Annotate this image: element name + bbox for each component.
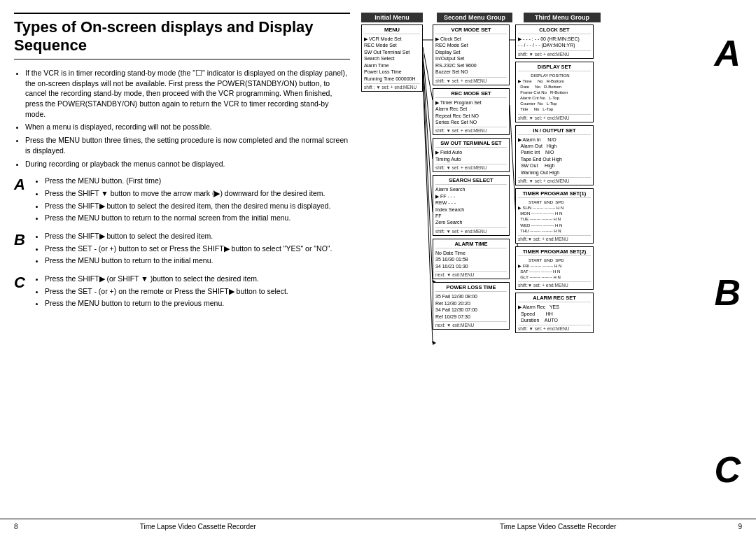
t2-i3: Tape End Out High <box>518 156 591 162</box>
step-b-item-3: Press the MENU button to return to the i… <box>45 255 350 266</box>
step-c-item-3: Press the MENU button to return to the p… <box>45 298 350 309</box>
t5-i1: Speed HH <box>518 311 591 317</box>
s3-i2: REW - - - <box>435 199 507 206</box>
content-area: Types of On-screen displays and Display … <box>0 0 756 519</box>
bullet-3: Press the MENU button three times, the s… <box>25 135 350 155</box>
s5-i1: Ret 12/30 20:20 <box>435 300 507 307</box>
s0-i1: REC Mode Set <box>435 42 507 48</box>
s1-footer: shift: ▼ set: + end:MENU <box>435 127 507 133</box>
footer-right-page: 9 <box>738 523 742 531</box>
s2-footer: shift: ▼ set: + end:MENU <box>435 164 507 170</box>
left-column: Types of On-screen displays and Display … <box>14 13 350 512</box>
s3-i0: Alarm Search <box>435 186 507 192</box>
third-menu-5-title: ALARM REC SET <box>518 295 591 302</box>
t4-i2: SAT --·--·-- --·--·-- H N <box>518 269 591 274</box>
step-b-letter: B <box>14 232 29 248</box>
step-c-item-1: Press the SHIFT▶ (or SHIFT ▼ )button to … <box>45 274 350 284</box>
t1-i1: ▶ Time No R-Bottom <box>518 78 591 84</box>
s2-i1: Timing Auto <box>435 156 507 162</box>
page-title: Types of On-screen displays and Display … <box>14 13 350 59</box>
s4-i1: 35 10/30 01:58 <box>435 256 507 262</box>
t4-footer: shift:▼ set: + end:MENU <box>518 281 591 288</box>
t5-i2: Duration AUTO <box>518 317 591 323</box>
footer: 8 Time Lapse Video Cassette Recorder Tim… <box>0 519 756 534</box>
s0-i5: Buzzer Set NO <box>435 69 507 75</box>
s0-footer: shift: ▼ set: + end:MENU <box>435 77 507 83</box>
s5-i0: 35 Fail 12/30 08:00 <box>435 293 507 300</box>
s3-footer: shift: ▼ set: + end:MENU <box>435 227 507 234</box>
t2-i4: SW Out High <box>518 162 591 169</box>
third-menu-0-title: CLOCK SET <box>518 27 591 34</box>
t2-i2: Panic Int N/O <box>518 149 591 155</box>
t3-i3: TUE --·--·-- --·--·-- H N <box>518 216 591 222</box>
right-column: A B C Initial Menu Second Menu Group Thi… <box>361 13 742 512</box>
footer-center-left: Time Lapse Video Cassette Recorder <box>18 523 378 531</box>
s0-i0: ▶ Clock Set <box>435 36 507 42</box>
second-menu-header: Second Menu Group <box>437 13 512 22</box>
step-a-letter: A <box>14 177 29 192</box>
footer-center-right: Time Lapse Video Cassette Recorder <box>378 523 738 531</box>
second-menu-5-title: POWER LOSS TIME <box>435 284 507 292</box>
diagram-body: MENU ▶ VCR Mode Set REC Mode Set SW Out … <box>361 24 704 333</box>
third-menu-3-title: TIMER PROGRAM SET(1) <box>518 190 591 198</box>
svg-marker-11 <box>433 341 436 345</box>
s5-i3: Ref 10/29 07:30 <box>435 314 507 320</box>
third-menu-4-title: TIMER PROGRAM SET(2) <box>518 248 591 256</box>
bullet-2: When a menu is displayed, recording will… <box>25 122 350 132</box>
initial-item-0: ▶ VCR Mode Set <box>364 36 420 42</box>
step-a-item-1: Press the MENU button. (First time) <box>45 176 350 186</box>
step-b-item-2: Press the SET - (or +) button to set or … <box>45 244 350 254</box>
third-menu-3: TIMER PROGRAM SET(1) START END SPD ▶ SUN… <box>515 188 594 244</box>
step-a-item-3: Press the SHIFT▶ button to select the de… <box>45 201 350 211</box>
s3-i1: ▶ FF - - - <box>435 193 507 199</box>
diagram-letter-b: B <box>714 272 741 314</box>
initial-menu-col: MENU ▶ VCR Mode Set REC Mode Set SW Out … <box>361 24 423 333</box>
second-menu-4: ALARM TIME No Date Time 35 10/30 01:58 3… <box>433 239 510 279</box>
t5-footer: shift: ▼ set: + end:MENU <box>518 325 591 331</box>
s4-i0: No Date Time <box>435 250 507 256</box>
s3-i3: Index Search <box>435 206 507 213</box>
t0-i1: - - / - - / - - (DAY:MON:YR) <box>518 42 591 48</box>
third-menu-2-title: IN / OUTPUT SET <box>518 127 591 135</box>
t4-i1: ▶ FRI --·--·-- --·--·-- H N <box>518 263 591 269</box>
s1-i3: Series Rec Set NO <box>435 119 507 125</box>
t3-i5: THU --·--·-- --·--·-- H N <box>518 228 591 234</box>
bullet-4: During recording or playback the menus c… <box>25 159 350 169</box>
initial-menu-title: MENU <box>364 27 420 34</box>
s0-i4: RS-232C Set 9600 <box>435 62 507 69</box>
t0-footer: shift: ▼ set: + end:MENU <box>518 50 591 57</box>
third-menu-4: TIMER PROGRAM SET(2) START END SPD ▶ FRI… <box>515 246 594 290</box>
t3-i2: MON --·--·-- --·--·-- H N <box>518 211 591 216</box>
t5-i0: ▶ Alarm Rec YES <box>518 304 591 310</box>
t3-i1: ▶ SUN --·--·-- --·--·-- H N <box>518 205 591 211</box>
initial-item-6: Running Time 000000H <box>364 76 420 82</box>
third-menu-col: CLOCK SET ▶ - - - : - - 00 (HR:MIN:SEC) … <box>515 24 594 333</box>
bullet-1: If the VCR is in timer recording stand-b… <box>25 68 350 119</box>
diagram-letter-a: A <box>714 32 741 74</box>
s1-i1: Alarm Rec Set <box>435 106 507 112</box>
second-menu-2: SW OUT TERMINAL SET ▶ Field Auto Timing … <box>433 138 510 172</box>
third-menu-2: IN / OUTPUT SET ▶ Alarm In N/O Alarm Out… <box>515 125 594 186</box>
step-c-row: C Press the SHIFT▶ (or SHIFT ▼ )button t… <box>14 274 350 311</box>
step-b-row: B Press the SHIFT▶ button to select the … <box>14 231 350 268</box>
step-b-content: Press the SHIFT▶ button to select the de… <box>35 231 350 268</box>
t1-i0: DISPLAY POSITION <box>518 73 591 78</box>
initial-menu-box: MENU ▶ VCR Mode Set REC Mode Set SW Out … <box>361 24 423 92</box>
second-menu-0-title: VCR MODE SET <box>435 27 507 34</box>
page: Types of On-screen displays and Display … <box>0 0 756 534</box>
s2-i0: ▶ Field Auto <box>435 149 507 155</box>
t2-footer: shift: ▼ set: + end:MENU <box>518 177 591 183</box>
s3-i4: FF <box>435 213 507 219</box>
step-c-letter: C <box>14 275 29 290</box>
t1-i2: Date No R-Bottom <box>518 84 591 90</box>
third-menu-0: CLOCK SET ▶ - - - : - - 00 (HR:MIN:SEC) … <box>515 24 594 59</box>
initial-menu-footer: shift : ▼ set: + end:MENU <box>364 83 420 90</box>
s5-footer: next: ▼ exit:MENU <box>435 321 507 328</box>
s5-i2: 34 Fail 12/30 07:00 <box>435 307 507 313</box>
s3-i5: Zero Search <box>435 219 507 225</box>
second-menu-4-title: ALARM TIME <box>435 241 507 248</box>
second-menu-1: REC MODE SET ▶ Timer Program Set Alarm R… <box>433 88 510 136</box>
s0-i2: Display Set <box>435 49 507 55</box>
t1-i3: Frame Cnt No R-Bottom <box>518 90 591 95</box>
s4-footer: next: ▼ exit:MENU <box>435 271 507 277</box>
